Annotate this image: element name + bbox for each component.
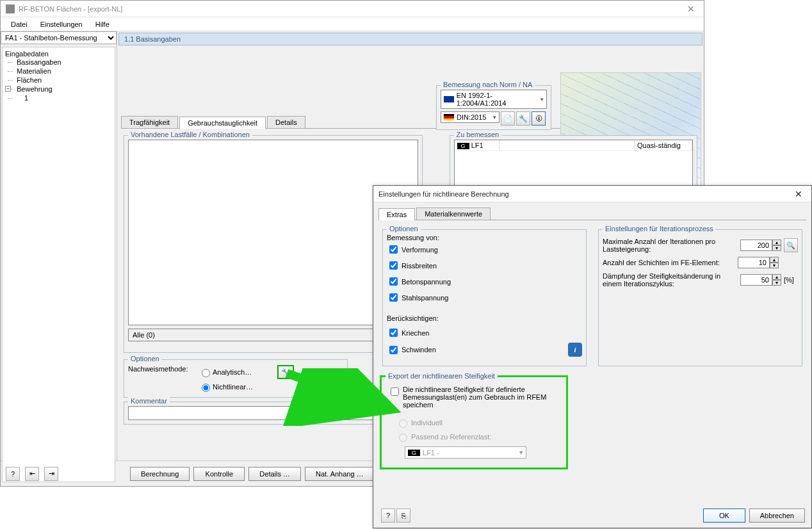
options-fieldset: Optionen Nachweismethode: Analytisch… 🔧 … bbox=[124, 359, 348, 398]
main-titlebar: RF-BETON Flächen - [export-NL] ✕ bbox=[1, 1, 704, 17]
app-icon bbox=[6, 4, 15, 13]
layers-input[interactable] bbox=[738, 257, 770, 268]
cancel-button[interactable]: Abbrechen bbox=[749, 509, 805, 523]
spin-down-icon[interactable]: ▼ bbox=[772, 245, 781, 251]
reference-load-select: G LF1 - ▾ bbox=[405, 446, 526, 459]
method-label: Nachweismethode: bbox=[128, 364, 199, 393]
radio-nonlinear[interactable] bbox=[202, 384, 210, 392]
tree-item-reinforcement[interactable]: − Bewehrung bbox=[5, 85, 112, 94]
dialog-options-fieldset: Optionen Bemessung von: Verformung Rissb… bbox=[382, 229, 587, 366]
radio-analytical[interactable] bbox=[202, 369, 210, 377]
nav-back-button[interactable]: ⇤ bbox=[25, 467, 39, 481]
tree-item-basis[interactable]: Basisangaben bbox=[5, 58, 112, 67]
iter-pick-button[interactable]: 🔍 bbox=[784, 238, 798, 252]
ok-button[interactable]: OK bbox=[703, 509, 745, 523]
tree-root[interactable]: Eingabedaten bbox=[5, 50, 112, 58]
export-legend: Export der nichtlinearen Steifigkeit bbox=[386, 372, 498, 380]
nav-tree: Eingabedaten Basisangaben Materialien Fl… bbox=[2, 47, 115, 482]
window-title: RF-BETON Flächen - [export-NL] bbox=[19, 5, 683, 13]
list-row[interactable]: G LF1 Quasi-ständig bbox=[455, 140, 692, 151]
options-legend: Optionen bbox=[128, 355, 162, 362]
damping-input[interactable] bbox=[740, 274, 772, 286]
menu-settings[interactable]: Einstellungen bbox=[34, 20, 89, 28]
chevron-down-icon: ▾ bbox=[540, 96, 544, 102]
dialog-defaults-button[interactable]: ⎘ bbox=[396, 509, 410, 523]
norm-legend: Bemessung nach Norm / NA bbox=[441, 81, 535, 88]
tree-item-surfaces[interactable]: Flächen bbox=[5, 76, 112, 85]
tab-material-values[interactable]: Materialkennwerte bbox=[416, 208, 491, 220]
tab-uls[interactable]: Tragfähigkeit bbox=[121, 116, 178, 128]
sidebar: FA1 - Stahlbeton-Bemessung Eingabedaten … bbox=[1, 31, 117, 460]
chk-export-stiffness[interactable] bbox=[391, 387, 399, 396]
close-icon[interactable]: ✕ bbox=[683, 4, 699, 14]
nonlinear-settings-button[interactable]: 🔧 bbox=[277, 365, 294, 379]
spin-up-icon[interactable]: ▲ bbox=[770, 257, 779, 263]
tree-item-material[interactable]: Materialien bbox=[5, 67, 112, 76]
chk-concrete-stress[interactable] bbox=[389, 277, 398, 286]
tab-details[interactable]: Details bbox=[267, 116, 305, 128]
spin-down-icon[interactable]: ▼ bbox=[770, 263, 779, 268]
tree-sub-1[interactable]: 1 bbox=[5, 94, 112, 102]
nat-annex-button[interactable]: Nat. Anhang … bbox=[305, 467, 375, 481]
nav-forward-button[interactable]: ⇥ bbox=[44, 467, 58, 481]
help-button[interactable]: ? bbox=[6, 467, 20, 481]
radio-individual bbox=[399, 419, 407, 428]
layers-label: Anzahl der Schichten im FE-Element: bbox=[603, 259, 738, 266]
nonlinear-settings-dialog: Einstellungen für nichtlineare Berechnun… bbox=[373, 185, 812, 528]
norm-edit-button[interactable]: 🔧 bbox=[516, 111, 530, 126]
collapse-icon[interactable]: − bbox=[5, 86, 11, 92]
chk-deformation[interactable] bbox=[389, 245, 398, 254]
export-chk-label: Die nichtlineare Steifigkeit für definie… bbox=[403, 386, 560, 409]
menu-file[interactable]: Datei bbox=[4, 20, 34, 28]
dialog-close-icon[interactable]: ✕ bbox=[791, 189, 806, 199]
norm-info-button[interactable]: 🛈 bbox=[532, 111, 546, 126]
export-stiffness-fieldset: Export der nichtlinearen Steifigkeit Die… bbox=[380, 375, 568, 469]
dialog-title: Einstellungen für nichtlineare Berechnun… bbox=[378, 190, 791, 198]
menu-help[interactable]: Hilfe bbox=[89, 20, 116, 28]
tab-extras[interactable]: Extras bbox=[378, 208, 415, 220]
section-header: 1.1 Basisangaben bbox=[118, 33, 702, 45]
norm-fieldset: Bemessung nach Norm / NA EN 1992-1-1:200… bbox=[436, 85, 551, 130]
de-flag-icon bbox=[444, 114, 454, 120]
to-design-legend: Zu bemessen bbox=[454, 131, 502, 138]
chevron-down-icon: ▾ bbox=[493, 114, 496, 120]
available-legend: Vorhandene Lastfälle / Kombinationen bbox=[128, 131, 252, 138]
spin-down-icon[interactable]: ▼ bbox=[772, 280, 781, 286]
standard-dropdown[interactable]: EN 1992-1-1:2004/A1:2014 ▾ bbox=[441, 90, 547, 109]
chevron-down-icon: ▾ bbox=[519, 448, 523, 457]
comment-legend: Kommentar bbox=[128, 397, 170, 405]
tab-sls[interactable]: Gebrauchstauglichkeit bbox=[179, 117, 266, 129]
eu-flag-icon bbox=[444, 96, 454, 102]
consider-label: Berücksichtigen: bbox=[387, 314, 582, 322]
bemessung-von-label: Bemessung von: bbox=[387, 234, 582, 241]
case-selector[interactable]: FA1 - Stahlbeton-Bemessung bbox=[1, 31, 117, 44]
menubar: Datei Einstellungen Hilfe bbox=[1, 17, 704, 31]
radio-reference-load bbox=[399, 434, 407, 442]
iter-max-label: Maximale Anzahl der Iterationen pro Last… bbox=[603, 238, 740, 253]
iter-max-input[interactable] bbox=[740, 240, 772, 251]
chk-crack[interactable] bbox=[389, 261, 398, 270]
spin-up-icon[interactable]: ▲ bbox=[772, 240, 781, 245]
dialog-help-button[interactable]: ? bbox=[381, 509, 395, 523]
dialog-titlebar: Einstellungen für nichtlineare Berechnun… bbox=[373, 186, 811, 202]
damping-unit: [%] bbox=[781, 276, 798, 284]
chk-shrink[interactable] bbox=[389, 346, 398, 354]
calc-button[interactable]: Berechnung bbox=[130, 467, 190, 481]
iteration-fieldset: Einstellungen für Iterationsprozess Maxi… bbox=[598, 229, 802, 366]
info-icon[interactable]: i bbox=[568, 343, 582, 357]
check-button[interactable]: Kontrolle bbox=[193, 467, 245, 481]
national-annex-dropdown[interactable]: DIN:2015 ▾ bbox=[441, 111, 499, 123]
chk-creep[interactable] bbox=[389, 329, 398, 337]
chk-steel-stress[interactable] bbox=[389, 293, 398, 302]
spin-up-icon[interactable]: ▲ bbox=[772, 274, 781, 280]
damping-label: Dämpfung der Steifigkeitsänderung in ein… bbox=[603, 272, 740, 288]
details-button[interactable]: Details … bbox=[248, 467, 301, 481]
norm-new-button[interactable]: 📄 bbox=[501, 111, 515, 126]
loadcase-filter-select[interactable]: Alle (0) bbox=[128, 329, 382, 341]
